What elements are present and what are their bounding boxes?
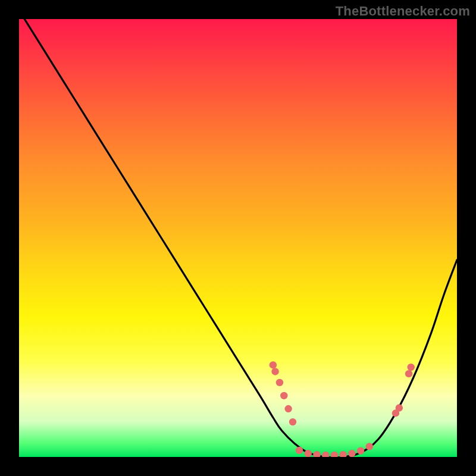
data-marker (305, 450, 312, 457)
data-marker (271, 368, 278, 375)
data-marker (322, 452, 329, 457)
data-marker (339, 451, 346, 457)
data-marker (280, 392, 287, 399)
data-marker (296, 447, 303, 454)
branding-watermark: TheBottlenecker.com (336, 4, 470, 19)
marker-group (270, 361, 415, 457)
data-marker (331, 452, 338, 457)
data-marker (408, 364, 415, 371)
data-marker (348, 450, 355, 457)
data-marker (289, 418, 296, 425)
data-marker (366, 443, 373, 450)
data-marker (396, 404, 403, 411)
data-marker (357, 447, 364, 454)
curve-layer (19, 19, 457, 457)
data-marker (405, 370, 412, 377)
data-marker (270, 361, 277, 368)
chart-frame: TheBottlenecker.com (0, 0, 476, 476)
data-marker (313, 451, 320, 457)
plot-area (19, 19, 457, 457)
data-marker (276, 379, 283, 386)
bottleneck-curve (19, 19, 457, 457)
data-marker (284, 405, 292, 412)
